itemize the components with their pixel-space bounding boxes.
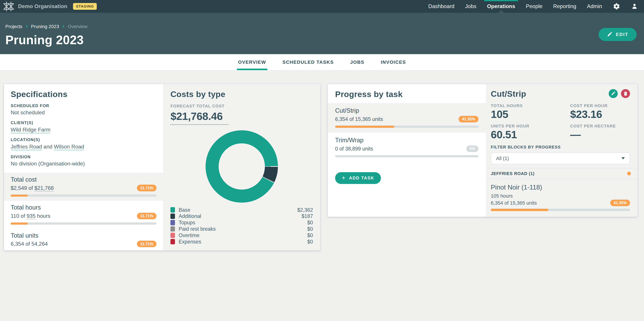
- nav-item-people[interactable]: People: [526, 0, 542, 13]
- total-row-title: Total hours: [10, 204, 156, 211]
- legend-swatch: [170, 214, 175, 219]
- stat-total-hours: TOTAL HOURS 105: [491, 103, 570, 120]
- progress-taskdetail-card: Progress by task Cut/Strip 6,354 of 15,3…: [328, 84, 638, 217]
- costs-title: Costs by type: [170, 89, 313, 99]
- spec-value: No division (Organisation-wide): [10, 160, 156, 167]
- task-name: Trim/Wrap: [335, 137, 478, 144]
- tab-overview[interactable]: OVERVIEW: [238, 54, 266, 70]
- stat-cost-per-hectare: COST PER HECTARE —: [570, 124, 630, 140]
- location-link[interactable]: Jeffries Road: [10, 144, 42, 150]
- tab-invoices[interactable]: INVOICES: [381, 54, 406, 70]
- tab-scheduled-tasks[interactable]: SCHEDULED TASKS: [282, 54, 334, 70]
- progress-bar: [10, 195, 156, 197]
- block-name: Pinot Noir (1-118): [491, 184, 630, 191]
- breadcrumb-project-name[interactable]: Pruning 2023: [31, 24, 59, 29]
- task-row-trim-wrap[interactable]: Trim/Wrap 0 of 38,899 units 0%: [328, 133, 486, 162]
- nav-item-jobs[interactable]: Jobs: [465, 0, 476, 13]
- dropdown-value: All (1): [496, 156, 509, 161]
- filter-blocks-label: FILTER BLOCKS BY PROGRESS: [491, 145, 630, 149]
- nav-item-dashboard[interactable]: Dashboard: [428, 0, 454, 13]
- legend-swatch: [170, 220, 175, 225]
- task-name: Cut/Strip: [335, 107, 478, 114]
- donut-hole: [218, 143, 265, 190]
- tooltip-value[interactable]: $21,768: [34, 185, 54, 191]
- tab-jobs[interactable]: JOBS: [350, 54, 364, 70]
- nav-item-admin[interactable]: Admin: [587, 0, 602, 13]
- forecast-amount[interactable]: $21,768.46: [170, 110, 228, 125]
- pencil-icon: [607, 32, 612, 37]
- legend-item-base: Base$2,362: [170, 207, 313, 213]
- org-logo-icon: [3, 1, 14, 11]
- stat-units-per-hour: UNITS PER HOUR 60.51: [491, 124, 570, 140]
- legend-swatch: [170, 207, 175, 213]
- edit-button-label: EDIT: [616, 32, 628, 37]
- spec-value: Not scheduled: [10, 109, 156, 116]
- user-icon[interactable]: [631, 3, 638, 10]
- plus-icon: +: [342, 175, 346, 180]
- legend-item-paid-rest-breaks: Paid rest breaks$0: [170, 226, 313, 232]
- edit-task-button[interactable]: [609, 89, 618, 98]
- task-detail-panel: Cut/Strip: [486, 84, 638, 217]
- progress-filter-dropdown[interactable]: All (1): [491, 153, 630, 164]
- delete-task-button[interactable]: [621, 89, 630, 98]
- progress-title: Progress by task: [335, 89, 478, 99]
- spec-division: DIVISION No division (Organisation-wide): [10, 155, 156, 167]
- gear-icon[interactable]: [613, 3, 620, 10]
- project-tabs: OVERVIEW SCHEDULED TASKS JOBS INVOICES: [0, 54, 644, 70]
- client-link[interactable]: Wild Ridge Farm: [10, 127, 50, 133]
- tooltip-value[interactable]: 935: [26, 213, 36, 219]
- task-row-cut-strip[interactable]: Cut/Strip 6,354 of 15,365 units 41.35%: [328, 103, 486, 133]
- pencil-icon: [611, 91, 616, 96]
- legend-swatch: [170, 239, 175, 244]
- legend-item-expenses: Expenses$0: [170, 238, 313, 245]
- edit-button[interactable]: EDIT: [598, 28, 636, 41]
- total-hours-row[interactable]: Total hours 110 of 935 hours 11.71%: [4, 201, 163, 229]
- spec-locations: LOCATION(S) Jeffries Road and Wilson Roa…: [10, 137, 156, 150]
- location-link[interactable]: Wilson Road: [54, 144, 84, 150]
- block-units: 6,354 of 15,365 units: [491, 200, 537, 206]
- location-joiner: and: [42, 144, 54, 150]
- breadcrumb: Projects › Pruning 2023 › Overview: [6, 13, 636, 29]
- progress-by-task-panel: Progress by task Cut/Strip 6,354 of 15,3…: [328, 84, 486, 217]
- add-task-label: ADD TASK: [349, 176, 374, 180]
- spec-label: DIVISION: [10, 155, 156, 159]
- costs-donut: [206, 130, 278, 203]
- top-navbar: Demo Organisation STAGING Dashboard Jobs…: [0, 0, 644, 13]
- task-detail-text: 0 of 38,899 units: [335, 146, 373, 152]
- progress-badge: 41.35%: [610, 200, 630, 206]
- block-hours: 105 hours: [491, 193, 630, 199]
- breadcrumb-projects[interactable]: Projects: [6, 24, 22, 29]
- trash-icon: [623, 91, 628, 96]
- nav-menu: Dashboard Jobs Operations People Reporti…: [428, 0, 638, 13]
- specs-costs-card: Specifications SCHEDULED FOR Not schedul…: [4, 84, 320, 250]
- breadcrumb-current: Overview: [68, 24, 88, 29]
- progress-badge: 11.71%: [137, 241, 156, 247]
- task-detail-text: 6,354 of 15,365 units: [335, 116, 383, 122]
- caret-down-icon: [622, 157, 625, 159]
- total-row-title: Total cost: [10, 176, 156, 183]
- location-group-row[interactable]: JEFFRIES ROAD (1): [486, 168, 638, 179]
- app-window: Demo Organisation STAGING Dashboard Jobs…: [0, 0, 644, 321]
- stat-cost-per-hour: COST PER HOUR $23.16: [570, 103, 630, 120]
- org-home-link[interactable]: Demo Organisation: [3, 1, 67, 11]
- spec-clients: CLIENT(S) Wild Ridge Farm: [10, 120, 156, 133]
- org-name: Demo Organisation: [18, 3, 67, 9]
- progress-badge: 41.35%: [458, 116, 478, 122]
- add-task-button[interactable]: + ADD TASK: [335, 172, 381, 184]
- nav-item-operations[interactable]: Operations: [487, 0, 515, 13]
- total-units-row[interactable]: Total units 6,354 of 54,264 11.71%: [4, 229, 163, 250]
- block-pinot-noir[interactable]: Pinot Noir (1-118) 105 hours 6,354 of 15…: [491, 179, 630, 211]
- forecast-label: FORECAST TOTAL COST: [170, 104, 313, 108]
- specifications-title: Specifications: [10, 89, 156, 99]
- total-row-title: Total units: [10, 232, 156, 239]
- nav-item-reporting[interactable]: Reporting: [553, 0, 576, 13]
- legend-item-topups: Topups$0: [170, 219, 313, 226]
- legend-swatch: [170, 233, 175, 238]
- task-stats: TOTAL HOURS 105 COST PER HOUR $23.16 UNI…: [491, 103, 630, 140]
- progress-badge: 11.71%: [137, 185, 156, 191]
- staging-badge: STAGING: [73, 3, 97, 10]
- progress-bar: [491, 209, 630, 211]
- spec-scheduled-for: SCHEDULED FOR Not scheduled: [10, 103, 156, 116]
- total-cost-row[interactable]: Total cost $2,549 of $21,768 11.71%: [4, 173, 163, 201]
- costs-by-type-panel: Costs by type FORECAST TOTAL COST $21,76…: [163, 84, 320, 250]
